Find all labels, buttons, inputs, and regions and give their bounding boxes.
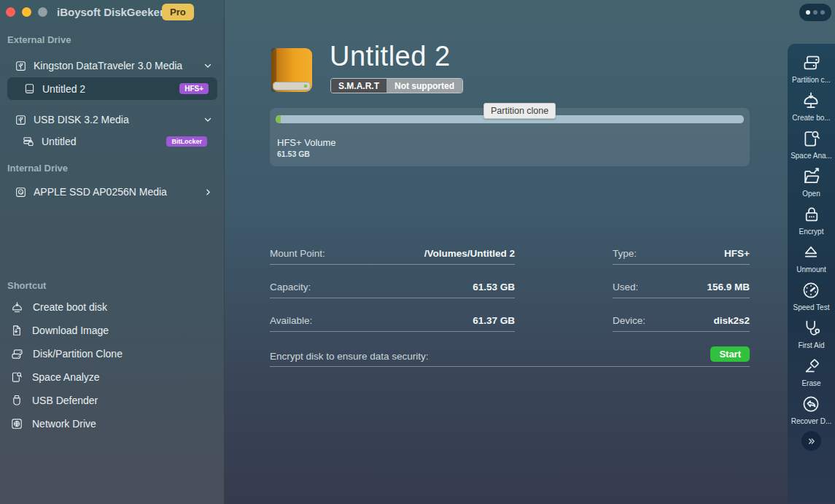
speed-test-icon <box>801 280 821 301</box>
sidebar-item-kingston-drive[interactable]: Kingston DataTraveler 3.0 Media <box>0 55 225 77</box>
main-content: Untitled 2 S.M.A.R.T Not supported Parti… <box>225 0 788 504</box>
bitlocker-badge: BitLocker <box>166 136 207 147</box>
double-chevron-right-icon <box>807 436 817 446</box>
filesystem-badge: HFS+ <box>179 83 209 94</box>
detail-value: 61.37 GB <box>473 315 515 326</box>
shortcut-label: USB Defender <box>32 395 98 406</box>
detail-value: /Volumes/Untitled 2 <box>424 248 515 259</box>
detail-label: Type: <box>613 248 637 259</box>
detail-label: Device: <box>613 315 645 326</box>
tool-open[interactable]: Open <box>801 166 822 198</box>
chevron-down-icon[interactable] <box>203 115 213 125</box>
erase-icon <box>801 356 822 376</box>
shortcut-label: Download Image <box>32 325 109 336</box>
smart-status: Not supported <box>387 79 462 93</box>
sidebar-item-apple-ssd[interactable]: APPLE SSD AP0256N Media <box>0 181 225 203</box>
usb-drive-icon <box>15 114 27 126</box>
used-space-segment <box>276 115 281 123</box>
left-sidebar: iBoysoft DiskGeeker Pro External Drive K… <box>0 0 225 504</box>
shortcut-usb-defender[interactable]: USB Defender <box>0 389 225 412</box>
space-analyze-icon <box>10 371 23 384</box>
volume-size: 61.53 GB <box>277 150 310 158</box>
sidebar-item-untitled-2[interactable]: Untitled 2 HFS+ <box>7 77 217 100</box>
detail-label: Mount Point: <box>270 248 325 259</box>
shortcut-label: Space Analyze <box>32 371 100 383</box>
shortcut-list: Create boot disk Download Image Disk/Par… <box>0 295 225 435</box>
detail-label: Available: <box>270 315 312 326</box>
encrypt-label: Encrypt disk to ensure data security: <box>270 351 429 362</box>
titlebar: iBoysoft DiskGeeker Pro <box>0 0 225 25</box>
shortcut-download-image[interactable]: Download Image <box>0 319 225 342</box>
tool-first-aid[interactable]: First Aid <box>798 318 824 349</box>
more-menu-button[interactable] <box>799 4 831 21</box>
space-analyze-icon <box>801 128 822 149</box>
section-label-internal-drive: Internal Drive <box>0 163 225 174</box>
chevron-right-icon[interactable] <box>203 187 213 197</box>
detail-row: Capacity: 61.53 GB Used: 156.9 MB <box>270 265 750 298</box>
drive-label: Kingston DataTraveler 3.0 Media <box>34 60 182 71</box>
tool-label: First Aid <box>798 341 824 349</box>
tool-unmount[interactable]: Unmount <box>796 242 826 274</box>
partition-clone-icon <box>801 53 822 73</box>
section-label-external-drive: External Drive <box>0 34 225 45</box>
detail-value: 156.9 MB <box>707 282 750 292</box>
tool-label: Speed Test <box>793 303 830 311</box>
tool-partition-clone[interactable]: Partition c... <box>792 53 831 84</box>
tool-recover-data[interactable]: Recover D... <box>791 394 832 425</box>
volume-label: Untitled 2 <box>42 83 85 95</box>
pro-badge: Pro <box>162 4 194 20</box>
open-folder-icon <box>801 166 822 187</box>
tool-encrypt[interactable]: Encrypt <box>799 204 824 236</box>
detail-label: Capacity: <box>270 282 311 292</box>
minimize-window-button[interactable] <box>22 7 31 17</box>
tool-speed-test[interactable]: Speed Test <box>793 280 830 311</box>
volume-icon <box>23 82 36 95</box>
first-aid-icon <box>801 318 822 338</box>
app-title: iBoysoft DiskGeeker <box>57 6 164 18</box>
tool-label: Erase <box>801 379 820 387</box>
create-boot-icon <box>801 90 821 111</box>
tool-create-boot[interactable]: Create bo... <box>792 90 830 122</box>
sidebar-item-untitled-bitlocker[interactable]: Untitled BitLocker <box>0 131 225 152</box>
partition-clone-icon <box>10 347 24 361</box>
unmount-icon <box>801 242 821 263</box>
page-title: Untitled 2 <box>330 41 451 72</box>
tool-label: Space Ana... <box>791 152 832 160</box>
detail-value: HFS+ <box>724 248 750 259</box>
dot-icon <box>813 10 817 15</box>
close-window-button[interactable] <box>6 7 15 17</box>
drive-label: USB DISK 3.2 Media <box>34 114 129 125</box>
create-boot-icon <box>10 301 24 314</box>
sidebar-item-usb-disk[interactable]: USB DISK 3.2 Media <box>0 109 225 131</box>
dot-icon <box>806 10 810 15</box>
shortcut-disk-partition-clone[interactable]: Disk/Partition Clone <box>0 342 225 365</box>
detail-label: Used: <box>613 282 638 292</box>
start-encrypt-button[interactable]: Start <box>710 346 750 362</box>
detail-value: disk2s2 <box>713 315 750 326</box>
encrypt-icon <box>801 204 822 225</box>
volume-details: Mount Point: /Volumes/Untitled 2 Type: H… <box>270 231 750 367</box>
tool-label: Encrypt <box>799 228 824 236</box>
tool-erase[interactable]: Erase <box>801 356 822 387</box>
tool-label: Unmount <box>796 265 826 274</box>
recover-data-icon <box>801 394 821 414</box>
drive-label: APPLE SSD AP0256N Media <box>34 186 167 198</box>
shortcut-space-analyze[interactable]: Space Analyze <box>0 365 225 389</box>
shortcut-network-drive[interactable]: Network Drive <box>0 412 225 435</box>
fullscreen-window-button[interactable] <box>38 7 47 17</box>
smart-label: S.M.A.R.T <box>331 79 387 93</box>
detail-row: Mount Point: /Volumes/Untitled 2 Type: H… <box>270 231 750 265</box>
chevron-down-icon[interactable] <box>203 61 213 71</box>
tool-space-analyze[interactable]: Space Ana... <box>791 128 832 160</box>
shortcut-create-boot-disk[interactable]: Create boot disk <box>0 295 225 319</box>
tool-label: Recover D... <box>791 417 832 425</box>
section-label-shortcut: Shortcut <box>0 280 225 291</box>
dot-icon <box>820 10 825 15</box>
right-toolbar: Partition c... Create bo... Space Ana...… <box>788 44 835 504</box>
usb-defender-icon <box>10 394 23 407</box>
collapse-toolbar-button[interactable] <box>801 431 821 451</box>
shortcut-label: Create boot disk <box>33 301 107 313</box>
detail-value: 61.53 GB <box>473 282 515 292</box>
download-image-icon <box>10 324 23 337</box>
volume-name: HFS+ Volume <box>277 137 336 148</box>
